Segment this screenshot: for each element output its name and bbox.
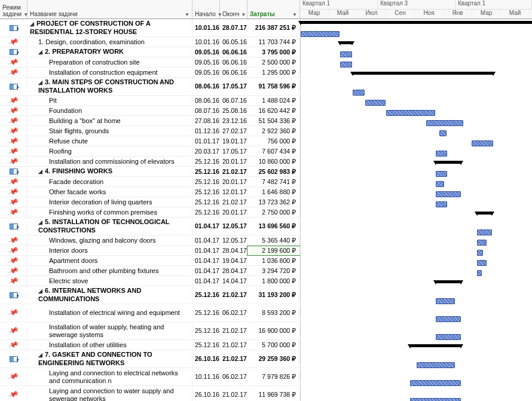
task-row[interactable]: 📌1. Design, coordination, examination10.… xyxy=(0,37,300,47)
task-name-cell[interactable]: Laying and connection to water supply an… xyxy=(27,387,192,402)
task-row[interactable]: 📌Installation and commissioning of eleva… xyxy=(0,157,300,167)
task-bar[interactable] xyxy=(340,62,352,68)
task-name-cell[interactable]: ◢4. FINISHING WORKS xyxy=(27,167,192,176)
task-bar[interactable] xyxy=(477,240,487,246)
end-date-cell[interactable]: 21.02.17 xyxy=(220,290,247,299)
cost-cell[interactable]: 3 795 000 ₽ xyxy=(247,48,300,57)
cost-cell[interactable]: 2 500 000 ₽ xyxy=(247,58,300,67)
cost-cell[interactable]: 25 602 983 ₽ xyxy=(247,167,300,176)
collapse-icon[interactable]: ◢ xyxy=(38,79,44,87)
task-bar[interactable] xyxy=(439,130,447,136)
task-name-cell[interactable]: Installation of electrical wiring and eq… xyxy=(27,308,192,317)
cost-cell[interactable]: 5 365 440 ₽ xyxy=(247,236,300,245)
end-date-cell[interactable]: 06.06.16 xyxy=(220,48,247,57)
end-date-cell[interactable]: 20.01.17 xyxy=(220,177,247,186)
task-name-cell[interactable]: Installation of water supply, heating an… xyxy=(27,323,192,339)
cost-cell[interactable]: 1 800 000 ₽ xyxy=(247,277,300,286)
summary-bar[interactable] xyxy=(436,280,461,283)
start-date-cell[interactable]: 01.04.17 xyxy=(192,236,220,245)
task-row[interactable]: 📌Interior doors01.04.1728.04.172 199 600… xyxy=(0,246,300,256)
task-name-cell[interactable]: Installation of construction equipment xyxy=(27,68,192,77)
task-bar[interactable] xyxy=(472,140,493,146)
task-grid[interactable]: ◢PROJECT OF CONSTRUCTION OF A RESIDENTIA… xyxy=(0,19,300,401)
cost-cell[interactable]: 13 696 560 ₽ xyxy=(247,222,300,231)
task-bar[interactable] xyxy=(436,191,461,197)
end-date-cell[interactable]: 19.04.17 xyxy=(220,256,247,265)
task-name-cell[interactable]: Installation and commissioning of elevat… xyxy=(27,157,192,166)
cost-cell[interactable]: 1 646 880 ₽ xyxy=(247,188,300,197)
summary-bar[interactable] xyxy=(353,72,493,75)
task-row[interactable]: 📌Installation of electrical wiring and e… xyxy=(0,304,300,322)
end-date-cell[interactable]: 12.01.17 xyxy=(220,188,247,197)
cost-cell[interactable]: 756 000 ₽ xyxy=(247,137,300,146)
start-date-cell[interactable]: 08.07.16 xyxy=(192,106,220,115)
end-date-cell[interactable]: 12.05.17 xyxy=(220,222,247,231)
task-bar[interactable] xyxy=(436,316,461,322)
cost-cell[interactable]: 1 488 024 ₽ xyxy=(247,96,300,105)
task-name-cell[interactable]: Electric stove xyxy=(27,277,192,286)
cost-cell[interactable]: 1 295 000 ₽ xyxy=(247,68,300,77)
cost-cell[interactable]: 2 750 000 ₽ xyxy=(247,208,300,217)
task-row[interactable]: 📌Finishing works of common premises25.12… xyxy=(0,207,300,218)
collapse-icon[interactable]: ◢ xyxy=(38,48,44,56)
end-date-cell[interactable]: 21.02.17 xyxy=(220,326,247,335)
end-date-cell[interactable]: 06.06.16 xyxy=(220,58,247,67)
end-date-cell[interactable]: 28.04.17 xyxy=(220,246,247,255)
start-date-cell[interactable]: 27.08.16 xyxy=(192,117,220,125)
cost-cell[interactable]: 1 036 800 ₽ xyxy=(247,256,300,265)
task-bar[interactable] xyxy=(410,380,461,386)
task-row[interactable]: ◢6. INTERNAL NETWORKS AND COMMUNICATIONS… xyxy=(0,286,300,304)
task-name-cell[interactable]: Foundation xyxy=(27,106,192,115)
start-date-cell[interactable]: 09.05.16 xyxy=(192,68,220,77)
task-bar[interactable] xyxy=(477,260,487,266)
start-date-cell[interactable]: 25.12.16 xyxy=(192,290,220,299)
task-bar[interactable] xyxy=(353,90,365,96)
start-date-cell[interactable]: 20.03.17 xyxy=(192,147,220,156)
cost-cell[interactable]: 11 969 738 ₽ xyxy=(247,390,300,399)
summary-bar[interactable] xyxy=(410,344,461,347)
task-bar[interactable] xyxy=(436,171,447,177)
cost-cell[interactable]: 91 758 596 ₽ xyxy=(247,82,300,91)
task-bar[interactable] xyxy=(477,229,492,235)
task-bar[interactable] xyxy=(477,270,482,276)
task-row[interactable]: 📌Laying and connection to water supply a… xyxy=(0,386,300,401)
cost-cell[interactable]: 7 979 826 ₽ xyxy=(247,372,300,381)
end-date-cell[interactable]: 14.04.17 xyxy=(220,277,247,286)
start-date-cell[interactable]: 25.12.16 xyxy=(192,308,220,317)
start-date-cell[interactable]: 01.04.17 xyxy=(192,267,220,276)
start-date-cell[interactable]: 26.10.16 xyxy=(192,390,220,399)
task-name-cell[interactable]: ◢7. GASKET AND CONNECTION TO ENGINEERING… xyxy=(27,350,192,368)
end-date-cell[interactable]: 21.02.17 xyxy=(220,390,247,399)
task-name-cell[interactable]: Windows, glazing and balcony doors xyxy=(27,236,192,245)
start-date-cell[interactable]: 25.12.16 xyxy=(192,188,220,197)
end-date-cell[interactable]: 25.08.16 xyxy=(220,106,247,115)
collapse-icon[interactable]: ◢ xyxy=(38,287,44,295)
task-bar[interactable] xyxy=(436,298,455,304)
task-name-cell[interactable]: ◢PROJECT OF CONSTRUCTION OF A RESIDENTIA… xyxy=(27,19,192,36)
task-name-cell[interactable]: Apartment doors xyxy=(27,256,192,265)
cost-cell[interactable]: 8 593 200 ₽ xyxy=(247,308,300,317)
task-row[interactable]: ◢4. FINISHING WORKS25.12.1621.02.1725 60… xyxy=(0,167,300,177)
start-date-cell[interactable]: 25.12.16 xyxy=(192,326,220,335)
start-date-cell[interactable]: 08.06.16 xyxy=(192,82,220,91)
task-name-cell[interactable]: ◢2. PREPARATORY WORK xyxy=(27,47,192,57)
end-date-cell[interactable]: 17.05.17 xyxy=(220,82,247,91)
task-row[interactable]: 📌Building a "box" at home27.08.1623.12.1… xyxy=(0,116,300,126)
task-name-cell[interactable]: Other facade works xyxy=(27,188,192,197)
end-date-cell[interactable]: 20.01.17 xyxy=(220,208,247,217)
task-row[interactable]: 📌Other facade works25.12.1612.01.171 646… xyxy=(0,187,300,197)
task-row[interactable]: 📌Laying and connection to electrical net… xyxy=(0,368,300,386)
end-date-cell[interactable]: 17.05.17 xyxy=(220,147,247,156)
task-row[interactable]: 📌Windows, glazing and balcony doors01.04… xyxy=(0,235,300,246)
start-date-cell[interactable]: 25.12.16 xyxy=(192,157,220,166)
end-date-cell[interactable]: 19.01.17 xyxy=(220,137,247,146)
end-date-cell[interactable]: 12.05.17 xyxy=(220,236,247,245)
end-date-cell[interactable]: 27.02.17 xyxy=(220,127,247,136)
task-name-cell[interactable]: ◢3. MAIN STEPS OF CONSTRUCTION AND INSTA… xyxy=(27,78,192,95)
cost-cell[interactable]: 31 193 200 ₽ xyxy=(247,290,300,299)
collapse-icon[interactable]: ◢ xyxy=(38,168,44,176)
header-mode[interactable]: Режим задачи▼ xyxy=(0,0,27,19)
gantt-chart[interactable] xyxy=(300,19,532,401)
summary-bar[interactable] xyxy=(301,21,532,24)
start-date-cell[interactable]: 01.04.17 xyxy=(192,256,220,265)
